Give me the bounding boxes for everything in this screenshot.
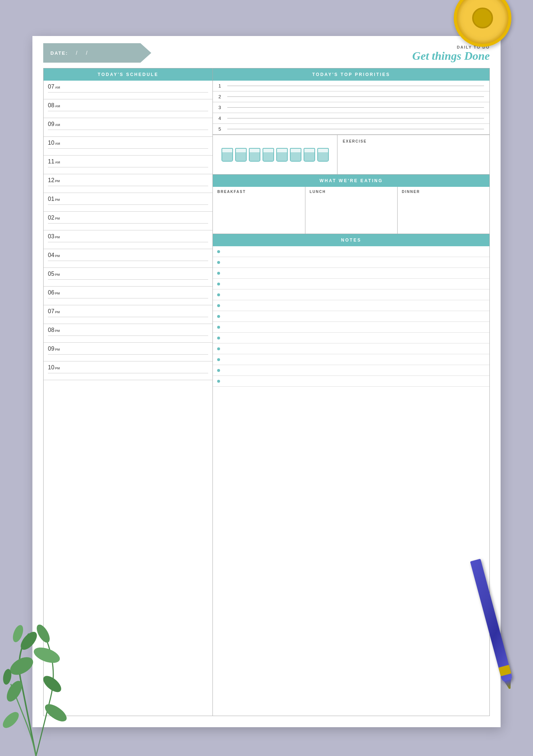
priority-item[interactable]: 3 — [213, 102, 489, 113]
time-slot[interactable]: 07 PM — [44, 305, 212, 324]
note-item[interactable] — [213, 365, 489, 376]
time-slot[interactable]: 05 PM — [44, 268, 212, 287]
time-slot[interactable]: 09 AM — [44, 118, 212, 137]
time-line — [48, 111, 208, 111]
dinner-col: DINNER — [398, 187, 489, 234]
time-label: 10 AM — [48, 140, 208, 146]
priorities-list: 1 2 3 4 5 — [213, 81, 489, 135]
note-item[interactable] — [213, 376, 489, 387]
time-label: 12 PM — [48, 177, 208, 184]
note-bullet — [217, 283, 220, 285]
time-label: 09 AM — [48, 121, 208, 127]
planner-paper: DATE: / / DAILY TO DO Get things Done TO… — [32, 36, 501, 727]
note-bullet — [217, 261, 220, 264]
water-fill — [277, 152, 287, 161]
priority-line — [227, 96, 484, 97]
note-item[interactable] — [213, 300, 489, 311]
lunch-label: LUNCH — [310, 190, 393, 194]
time-label: 08 PM — [48, 327, 208, 333]
priority-item[interactable]: 5 — [213, 124, 489, 135]
note-item[interactable] — [213, 322, 489, 333]
time-slot[interactable]: 02 PM — [44, 212, 212, 230]
time-slot[interactable]: 09 PM — [44, 343, 212, 361]
water-glass[interactable] — [290, 148, 301, 162]
time-slot[interactable]: 10 AM — [44, 137, 212, 156]
note-item[interactable] — [213, 354, 489, 365]
water-glass[interactable] — [249, 148, 260, 162]
note-item[interactable] — [213, 333, 489, 343]
time-slot[interactable]: 11 AM — [44, 156, 212, 174]
date-label: DATE: — [50, 50, 68, 56]
time-slot[interactable]: 08 AM — [44, 99, 212, 118]
water-glass[interactable] — [304, 148, 315, 162]
priority-item[interactable]: 2 — [213, 91, 489, 102]
time-slot[interactable]: 04 PM — [44, 249, 212, 268]
priority-number: 4 — [218, 116, 224, 121]
time-slot[interactable]: 12 PM — [44, 174, 212, 193]
daily-to-do-section: DAILY TO DO Get things Done — [158, 43, 490, 63]
water-glass[interactable] — [276, 148, 288, 162]
priority-item[interactable]: 4 — [213, 113, 489, 124]
priorities-section: TODAY'S TOP PRIORITIES 1 2 3 4 5 — [213, 68, 489, 135]
priority-line — [227, 107, 484, 108]
breakfast-label: BREAKFAST — [217, 190, 300, 194]
time-label: 07 AM — [48, 84, 208, 90]
eating-header: WHAT WE'RE EATING — [213, 175, 489, 187]
time-slot[interactable]: 07 AM — [44, 81, 212, 99]
water-fill — [222, 152, 232, 161]
time-label: 11 AM — [48, 158, 208, 165]
note-bullet — [217, 326, 220, 329]
note-bullet — [217, 347, 220, 350]
meal-columns: BREAKFAST LUNCH DINNER — [213, 187, 489, 234]
note-bullet — [217, 315, 220, 318]
water-glass[interactable] — [221, 148, 233, 162]
note-line — [223, 338, 485, 338]
water-glass[interactable] — [235, 148, 247, 162]
svg-point-5 — [0, 709, 21, 730]
water-fill — [263, 152, 273, 161]
exercise-section: EXERCISE — [337, 135, 489, 174]
note-bullet — [217, 369, 220, 372]
note-bullet — [217, 272, 220, 275]
eating-section: WHAT WE'RE EATING BREAKFAST LUNCH DINNER — [213, 175, 489, 234]
note-item[interactable] — [213, 311, 489, 322]
svg-point-0 — [7, 653, 36, 679]
note-item[interactable] — [213, 289, 489, 300]
note-item[interactable] — [213, 343, 489, 354]
lunch-col: LUNCH — [305, 187, 398, 234]
plant-decoration — [0, 612, 72, 756]
priority-item[interactable]: 1 — [213, 81, 489, 91]
time-label: 07 PM — [48, 308, 208, 315]
tagline: Get things Done — [412, 49, 490, 63]
note-item[interactable] — [213, 268, 489, 279]
note-line — [223, 251, 485, 252]
water-exercise-section: EXERCISE — [213, 135, 489, 175]
time-line — [48, 373, 208, 373]
time-label: 09 PM — [48, 346, 208, 352]
water-fill — [250, 152, 260, 161]
note-item[interactable] — [213, 257, 489, 268]
time-slot[interactable]: 01 PM — [44, 193, 212, 212]
time-slot[interactable]: 08 PM — [44, 324, 212, 343]
time-slot[interactable]: 03 PM — [44, 230, 212, 249]
note-item[interactable] — [213, 279, 489, 289]
time-line — [48, 298, 208, 298]
note-item[interactable] — [213, 246, 489, 257]
right-column: TODAY'S TOP PRIORITIES 1 2 3 4 5 — [213, 68, 489, 716]
note-line — [223, 294, 485, 295]
time-slot[interactable]: 06 PM — [44, 287, 212, 305]
note-line — [223, 284, 485, 284]
water-glass[interactable] — [263, 148, 274, 162]
time-label: 02 PM — [48, 215, 208, 221]
priority-number: 1 — [218, 83, 224, 89]
date-section: DATE: / / — [43, 43, 151, 63]
time-slot[interactable]: 10 PM — [44, 361, 212, 380]
time-label: 10 PM — [48, 364, 208, 371]
time-line — [48, 92, 208, 93]
priority-number: 2 — [218, 94, 224, 99]
time-line — [48, 186, 208, 186]
priority-line — [227, 86, 484, 86]
note-line — [223, 262, 485, 262]
priority-line — [227, 118, 484, 118]
water-glass[interactable] — [317, 148, 329, 162]
